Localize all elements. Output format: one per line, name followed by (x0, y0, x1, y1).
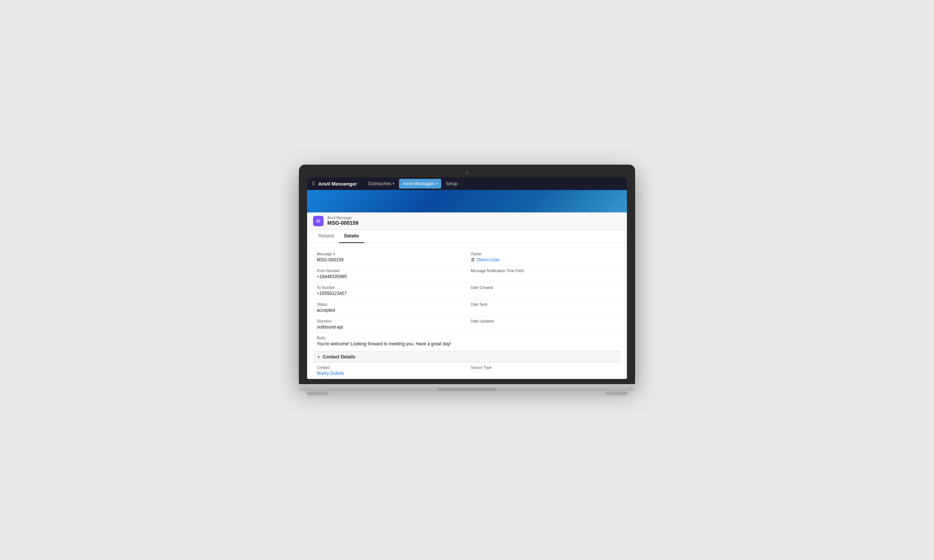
record-type: Anvil Message (327, 216, 358, 220)
source-type-label: Source Type (471, 366, 617, 369)
field-status: Status accepted ✏ (313, 299, 467, 316)
grid-icon: ⠿ (311, 181, 315, 187)
status-value: accepted (317, 308, 463, 313)
laptop-screen: ⠿ Anvil Messenger Outreaches ▾ Anvil Mes… (307, 177, 627, 379)
message-number-value: MSG-000159 (317, 257, 463, 263)
nav-outreaches[interactable]: Outreaches ▾ (364, 179, 398, 189)
owner-value: 🗓 Demo User (471, 257, 617, 263)
field-to-number: To Number +15550123457 ✏ (313, 283, 467, 299)
chevron-icon: ▾ (393, 182, 395, 186)
banner (307, 190, 627, 212)
date-created-label: Date Created (471, 286, 617, 290)
from-number-value: +18446335995 (317, 274, 463, 279)
field-from-number: From Number +18446335995 ✏ (313, 266, 467, 283)
status-label: Status (317, 302, 463, 306)
laptop-foot-right (605, 392, 628, 395)
section-chevron-icon[interactable]: ▼ (317, 355, 321, 359)
field-msg-notification: Message Notification Time Field (467, 266, 621, 283)
to-number-label: To Number (317, 286, 463, 290)
record-name: MSG-000159 (327, 220, 358, 226)
source-type-value (471, 371, 617, 376)
date-sent-label: Date Sent (471, 302, 617, 306)
to-number-value: +15550123457 (317, 291, 463, 296)
nav-anvil-messages[interactable]: Anvil Messages ▾ (399, 179, 441, 189)
field-source-type: Source Type ✏ (467, 363, 621, 379)
date-updated-value (471, 325, 617, 330)
msg-notification-label: Message Notification Time Field (471, 269, 617, 273)
details-grid: Message # MSG-000159 Owner 🗓 Demo User 👤 (313, 249, 621, 379)
laptop-shell: ⠿ Anvil Messenger Outreaches ▾ Anvil Mes… (299, 165, 635, 395)
field-owner: Owner 🗓 Demo User 👤 (467, 249, 621, 266)
tabs-bar: Related Details (307, 229, 627, 243)
field-contact: Contact Marky Dubois ✏ (313, 363, 467, 379)
date-updated-label: Date Updated (471, 319, 617, 323)
owner-label: Owner (471, 252, 617, 256)
record-header: ✉ Anvil Message MSG-000159 (307, 212, 627, 229)
body-value: You're welcome! Looking forward to meeti… (317, 341, 617, 346)
from-number-label: From Number (317, 269, 463, 273)
nav-items: Outreaches ▾ Anvil Messages ▾ Setup (364, 179, 461, 189)
message-number-label: Message # (317, 252, 463, 256)
direction-label: Direction (317, 319, 463, 323)
laptop-base (299, 384, 635, 391)
msg-notification-value (471, 274, 617, 279)
record-icon: ✉ (313, 216, 324, 226)
contact-details-label: Contact Details (323, 354, 355, 360)
owner-link[interactable]: Demo User (477, 257, 500, 263)
screen-bezel: ⠿ Anvil Messenger Outreaches ▾ Anvil Mes… (299, 165, 635, 384)
contact-details-section: ▼ Contact Details (313, 351, 621, 363)
banner-overlay (307, 190, 627, 212)
direction-value: outbound-api (317, 325, 463, 330)
field-date-created: Date Created ✏ (467, 283, 621, 299)
field-date-sent: Date Sent ✏ (467, 299, 621, 316)
main-content: Message # MSG-000159 Owner 🗓 Demo User 👤 (307, 243, 627, 379)
date-created-value (471, 291, 617, 296)
laptop-foot-left (306, 392, 329, 395)
contact-value[interactable]: Marky Dubois (317, 371, 344, 376)
field-direction: Direction outbound-api ✏ (313, 316, 467, 333)
body-label: Body (317, 336, 617, 340)
field-body: Body You're welcome! Looking forward to … (313, 333, 621, 350)
date-sent-value (471, 308, 617, 313)
field-date-updated: Date Updated ✏ (467, 316, 621, 333)
field-message-number: Message # MSG-000159 (313, 249, 467, 266)
laptop-feet (299, 392, 635, 395)
contact-label: Contact (317, 366, 463, 369)
record-header-info: Anvil Message MSG-000159 (327, 216, 358, 226)
app-title: Anvil Messenger (318, 181, 357, 187)
nav-setup[interactable]: Setup (442, 179, 461, 189)
camera (465, 171, 469, 174)
chevron-icon: ▾ (436, 182, 438, 186)
tab-related[interactable]: Related (313, 229, 339, 243)
owner-avatar-icon: 🗓 (471, 257, 475, 263)
tab-details[interactable]: Details (339, 229, 364, 243)
app-container: ⠿ Anvil Messenger Outreaches ▾ Anvil Mes… (307, 177, 627, 379)
top-nav: ⠿ Anvil Messenger Outreaches ▾ Anvil Mes… (307, 177, 627, 190)
